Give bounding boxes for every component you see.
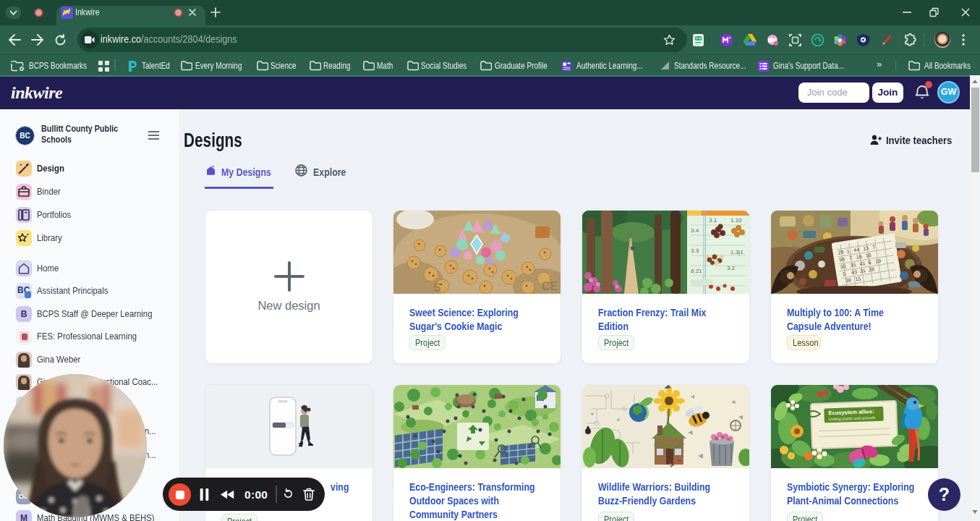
svg-text:35: 35 [850, 262, 856, 268]
svg-text:CE: CE [542, 280, 558, 292]
svg-text:1.3|1: 1.3|1 [730, 249, 743, 255]
svg-text:3.4: 3.4 [691, 227, 699, 234]
svg-text:43: 43 [851, 269, 858, 275]
svg-text:29: 29 [838, 249, 844, 255]
svg-text:3.3: 3.3 [691, 247, 699, 254]
svg-text:41: 41 [859, 260, 866, 266]
svg-text:31: 31 [860, 268, 866, 274]
svg-text:S: S [433, 281, 441, 294]
svg-text:99: 99 [839, 256, 845, 262]
svg-text:28: 28 [868, 266, 874, 272]
svg-text:8.21: 8.21 [691, 268, 702, 274]
svg-text:1.10: 1.10 [730, 217, 742, 224]
svg-text:13: 13 [863, 245, 869, 251]
svg-text:3.1: 3.1 [709, 217, 717, 224]
svg-text:33: 33 [840, 263, 846, 269]
svg-text:16: 16 [856, 254, 862, 260]
svg-text:3.2: 3.2 [727, 265, 736, 271]
svg-text:15: 15 [855, 276, 861, 281]
svg-text:16: 16 [865, 253, 872, 258]
svg-text:19: 19 [875, 258, 882, 264]
svg-text:38: 38 [845, 277, 851, 283]
svg-text:44: 44 [853, 247, 860, 253]
